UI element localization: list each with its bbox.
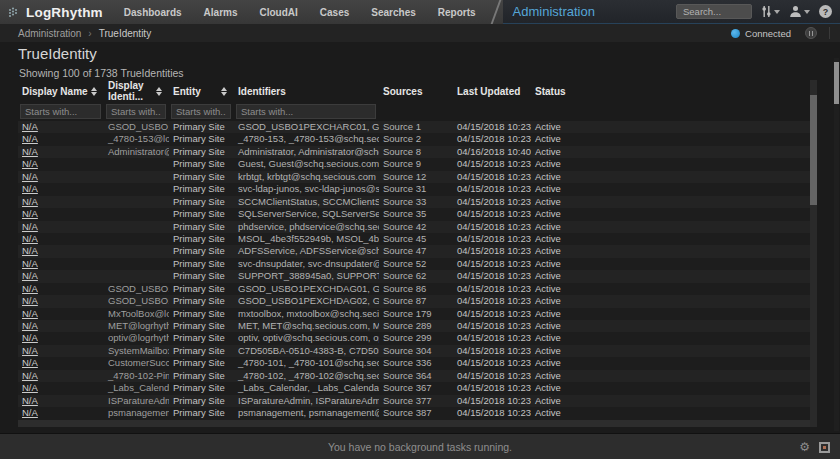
identity-detail-link[interactable]: N/A bbox=[22, 196, 38, 207]
cell-display_identifier: optiv@logrhythm... bbox=[104, 332, 169, 344]
cell-status: Active bbox=[531, 332, 810, 344]
scrollbar-thumb[interactable] bbox=[810, 95, 817, 205]
cell-display_name: N/A bbox=[18, 158, 104, 170]
filter-entity-input[interactable] bbox=[171, 104, 231, 119]
table-row[interactable]: N/APrimary SiteSQLServerService, SQLServ… bbox=[18, 208, 810, 220]
identity-detail-link[interactable]: N/A bbox=[22, 382, 38, 393]
nav-item-alarms[interactable]: Alarms bbox=[193, 0, 249, 24]
cell-display_name: N/A bbox=[18, 395, 104, 407]
pause-updates-button[interactable] bbox=[805, 27, 817, 39]
cell-last_updated: 04/15/2018 10:23:03 pm bbox=[453, 171, 531, 183]
identity-detail-link[interactable]: N/A bbox=[22, 221, 38, 232]
table-row[interactable]: N/Apsmanagement@...Primary Sitepsmanagem… bbox=[18, 407, 810, 419]
table-row[interactable]: N/AAdministrator@lo...Primary SiteAdmini… bbox=[18, 146, 810, 158]
table-row[interactable]: N/APrimary Sitekrbtgt, krbtgt@schq.secio… bbox=[18, 171, 810, 183]
gear-icon[interactable]: ⚙ bbox=[799, 441, 810, 453]
cell-display_identifier: GSOD_USBO1PEX... bbox=[104, 283, 169, 295]
nav-item-cloudai[interactable]: CloudAI bbox=[249, 0, 309, 24]
cell-entity: Primary Site bbox=[169, 146, 234, 158]
identity-detail-link[interactable]: N/A bbox=[22, 158, 38, 169]
table-vertical-scrollbar[interactable] bbox=[810, 80, 817, 427]
column-header-sources[interactable]: Sources bbox=[379, 80, 453, 102]
breadcrumb-administration[interactable]: Administration bbox=[18, 28, 81, 39]
filter-display-identifier-input[interactable] bbox=[106, 104, 166, 119]
horizontal-scrollbar[interactable] bbox=[18, 420, 810, 427]
background-tasks-icon[interactable] bbox=[819, 442, 830, 453]
cell-display_identifier bbox=[104, 270, 169, 282]
identity-detail-link[interactable]: N/A bbox=[22, 146, 38, 157]
identity-detail-link[interactable]: N/A bbox=[22, 357, 38, 368]
identity-detail-link[interactable]: N/A bbox=[22, 183, 38, 194]
identity-detail-link[interactable]: N/A bbox=[22, 320, 38, 331]
table-row[interactable]: N/Aoptiv@logrhythm...Primary Siteoptiv, … bbox=[18, 332, 810, 344]
column-header-status[interactable]: Status bbox=[531, 80, 810, 102]
table-row[interactable]: N/AGSOD_USBO1PEX...Primary SiteGSOD_USBO… bbox=[18, 295, 810, 307]
table-row[interactable]: N/APrimary Sitephdservice, phdservice@sc… bbox=[18, 221, 810, 233]
identity-detail-link[interactable]: N/A bbox=[22, 121, 38, 132]
table-row[interactable]: N/APrimary SiteSUPPORT_388945a0, SUPPORT… bbox=[18, 270, 810, 282]
identity-detail-link[interactable]: N/A bbox=[22, 370, 38, 381]
table-row[interactable]: N/APrimary Sitesvc-ldap-junos, svc-ldap-… bbox=[18, 183, 810, 195]
table-row[interactable]: N/APrimary SiteMSOL_4be3f552949b, MSOL_4… bbox=[18, 233, 810, 245]
cell-status: Active bbox=[531, 258, 810, 270]
identity-detail-link[interactable]: N/A bbox=[22, 245, 38, 256]
table-row[interactable]: N/APrimary SiteADFSService, ADFSService@… bbox=[18, 245, 810, 257]
sort-icon bbox=[156, 87, 162, 96]
cell-last_updated: 04/15/2018 10:23:03 pm bbox=[453, 258, 531, 270]
identity-detail-link[interactable]: N/A bbox=[22, 345, 38, 356]
filter-identifiers-input[interactable] bbox=[236, 104, 376, 119]
identity-detail-link[interactable]: N/A bbox=[22, 332, 38, 343]
identity-detail-link[interactable]: N/A bbox=[22, 258, 38, 269]
cell-identifiers: _4780-102, _4780-102@schq.secious.com, _… bbox=[234, 370, 379, 382]
nav-item-cases[interactable]: Cases bbox=[309, 0, 360, 24]
table-row[interactable]: N/APrimary SiteSCCMClientStatus, SCCMCli… bbox=[18, 196, 810, 208]
identity-detail-link[interactable]: N/A bbox=[22, 133, 38, 144]
help-icon[interactable]: ? bbox=[819, 5, 832, 18]
nav-item-reports[interactable]: Reports bbox=[427, 0, 487, 24]
identity-detail-link[interactable]: N/A bbox=[22, 233, 38, 244]
table-row[interactable]: N/ACustomerSuccess...Primary Site_4780-1… bbox=[18, 357, 810, 369]
column-header-display-name[interactable]: Display Name bbox=[18, 80, 104, 102]
identity-detail-link[interactable]: N/A bbox=[22, 270, 38, 281]
nav-item-administration-active[interactable]: Administration bbox=[513, 4, 595, 19]
column-header-entity[interactable]: Entity bbox=[169, 80, 234, 102]
identity-detail-link[interactable]: N/A bbox=[22, 171, 38, 182]
cell-display_identifier: MET@logrhythm.... bbox=[104, 320, 169, 332]
table-row[interactable]: N/AISParatureAdmin...Primary SiteISParat… bbox=[18, 395, 810, 407]
table-row[interactable]: N/AGSOD_USBO1PEX...Primary SiteGSOD_USBO… bbox=[18, 283, 810, 295]
column-header-last-updated[interactable]: Last Updated bbox=[453, 80, 531, 102]
table-row[interactable]: N/A_4780-153@logrh...Primary Site_4780-1… bbox=[18, 133, 810, 145]
filter-display-name-input[interactable] bbox=[20, 104, 101, 119]
table-row[interactable]: N/A_Labs_Calendar@...Primary Site_Labs_C… bbox=[18, 382, 810, 394]
table-row[interactable]: N/AGSOD_USBO1PEX...Primary SiteGSOD_USBO… bbox=[18, 121, 810, 133]
table-row[interactable]: N/APrimary Sitesvc-dnsupdater, svc-dnsup… bbox=[18, 258, 810, 270]
filter-sliders-menu-button[interactable] bbox=[761, 5, 780, 18]
identity-detail-link[interactable]: N/A bbox=[22, 208, 38, 219]
user-menu-button[interactable] bbox=[789, 5, 810, 18]
table-row[interactable]: N/APrimary SiteGuest, Guest@schq.secious… bbox=[18, 158, 810, 170]
cell-entity: Primary Site bbox=[169, 245, 234, 257]
nav-item-dashboards[interactable]: Dashboards bbox=[113, 0, 193, 24]
nav-item-searches[interactable]: Searches bbox=[360, 0, 426, 24]
breadcrumb-separator: › bbox=[88, 28, 91, 39]
page-scrollbar[interactable] bbox=[834, 58, 839, 431]
cell-entity: Primary Site bbox=[169, 221, 234, 233]
cell-status: Active bbox=[531, 146, 810, 158]
table-row[interactable]: N/AMET@logrhythm....Primary SiteMET, MET… bbox=[18, 320, 810, 332]
identity-detail-link[interactable]: N/A bbox=[22, 283, 38, 294]
identity-detail-link[interactable]: N/A bbox=[22, 295, 38, 306]
column-header-display-identifier[interactable]: Display Identi... bbox=[104, 80, 169, 102]
column-header-identifiers[interactable]: Identifiers bbox=[234, 80, 379, 102]
cell-sources: Source 1 bbox=[379, 121, 453, 133]
scrollbar-thumb[interactable] bbox=[834, 62, 839, 104]
table-row[interactable]: N/AMxToolBox@logr...Primary Sitemxtoolbo… bbox=[18, 308, 810, 320]
table-row[interactable]: N/ASystemMailbox{C...Primary SiteC7D505B… bbox=[18, 345, 810, 357]
identity-detail-link[interactable]: N/A bbox=[22, 308, 38, 319]
cell-status: Active bbox=[531, 208, 810, 220]
identity-detail-link[interactable]: N/A bbox=[22, 395, 38, 406]
table-row[interactable]: N/A_4780-102-Ping@...Primary Site_4780-1… bbox=[18, 370, 810, 382]
identity-detail-link[interactable]: N/A bbox=[22, 407, 38, 418]
cell-entity: Primary Site bbox=[169, 270, 234, 282]
logrhythm-logo[interactable]: LogRhythm bbox=[0, 0, 113, 24]
global-search-input[interactable] bbox=[676, 4, 752, 19]
